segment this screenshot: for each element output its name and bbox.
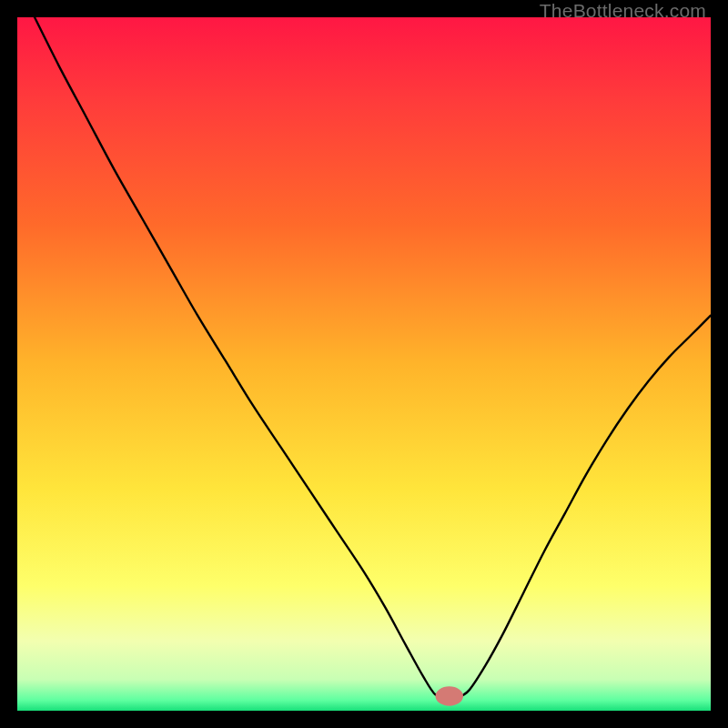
optimum-marker [435, 686, 462, 705]
chart-frame [17, 17, 711, 711]
bottleneck-chart [17, 17, 711, 711]
watermark-text: TheBottleneck.com [540, 0, 706, 22]
gradient-background [17, 17, 711, 711]
